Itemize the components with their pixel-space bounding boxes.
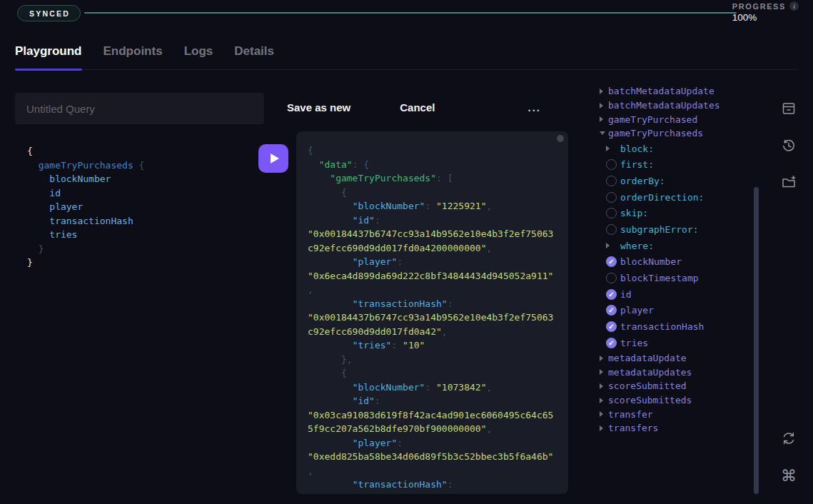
results-json: { "data": { "gameTryPurchaseds": [ { "bl… bbox=[308, 143, 557, 492]
explorer-item-metadataUpdate[interactable]: metadataUpdate bbox=[598, 351, 749, 366]
run-query-button[interactable] bbox=[258, 144, 288, 173]
editor-line: blockNumber bbox=[27, 172, 256, 186]
editor-line: } bbox=[27, 256, 256, 270]
explorer-scrollbar-thumb[interactable] bbox=[754, 187, 759, 494]
explorer-item-label: scoreSubmitteds bbox=[608, 395, 692, 405]
unchecked-circle-icon bbox=[606, 273, 617, 283]
command-icon[interactable]: ⌘ bbox=[779, 466, 798, 485]
query-name-input[interactable] bbox=[15, 93, 264, 124]
query-actions: Save as new Cancel ... bbox=[287, 101, 558, 114]
results-line: "blockNumber": "1225921", bbox=[308, 199, 557, 213]
editor-line: tries bbox=[27, 228, 256, 242]
chevron-right-icon bbox=[600, 89, 603, 94]
explorer-item-tries[interactable]: ✓tries bbox=[598, 335, 749, 351]
cancel-button[interactable]: Cancel bbox=[400, 101, 435, 114]
explorer-item-label: transfer bbox=[608, 409, 653, 420]
explorer-item-block[interactable]: block: bbox=[598, 141, 749, 157]
results-line: { bbox=[308, 186, 557, 200]
explorer-item-batchMetadataUpdate[interactable]: batchMetadataUpdate bbox=[598, 84, 749, 99]
explorer-item-label: block: bbox=[620, 143, 654, 154]
explorer-item-scoreSubmitted[interactable]: scoreSubmitted bbox=[598, 379, 749, 393]
refresh-icon[interactable] bbox=[779, 429, 798, 448]
explorer-item-label: subgraphError: bbox=[620, 224, 699, 235]
save-as-new-button[interactable]: Save as new bbox=[287, 101, 350, 114]
chevron-right-icon bbox=[606, 243, 610, 248]
explorer-item-label: where: bbox=[620, 241, 654, 251]
chevron-right-icon bbox=[600, 116, 603, 122]
explorer-item-label: batchMetadataUpdates bbox=[608, 100, 720, 111]
explorer-item-metadataUpdates[interactable]: metadataUpdates bbox=[598, 365, 749, 379]
explorer-item-label: orderBy: bbox=[620, 176, 665, 186]
explorer-item-subgraphError[interactable]: subgraphError: bbox=[598, 221, 749, 238]
results-panel: { "data": { "gameTryPurchaseds": [ { "bl… bbox=[296, 131, 568, 494]
progress-label: PROGRESS bbox=[732, 2, 786, 11]
info-icon[interactable]: i bbox=[789, 1, 799, 11]
more-options-button[interactable]: ... bbox=[527, 101, 541, 114]
unchecked-circle-icon bbox=[606, 176, 617, 186]
results-scrollbar-thumb[interactable] bbox=[557, 135, 564, 142]
explorer-item-transfer[interactable]: transfer bbox=[598, 407, 749, 421]
top-status-bar: SYNCED PROGRESS i 100% bbox=[0, 0, 813, 29]
checked-circle-icon: ✓ bbox=[606, 289, 617, 300]
history-icon[interactable] bbox=[779, 136, 798, 155]
results-line: { bbox=[308, 143, 557, 158]
explorer-item-label: transfers bbox=[608, 423, 658, 433]
new-folder-icon[interactable] bbox=[779, 173, 798, 192]
explorer-item-player[interactable]: ✓player bbox=[598, 303, 749, 319]
sync-progress-bar bbox=[84, 12, 737, 14]
explorer-item-label: transactionHash bbox=[620, 321, 704, 332]
chevron-right-icon bbox=[600, 425, 603, 431]
chevron-right-icon bbox=[600, 383, 603, 389]
results-line: "player": "0xedd825ba58be34d06d89f5b3c52… bbox=[308, 436, 557, 478]
explorer-item-blockNumber[interactable]: ✓blockNumber bbox=[598, 254, 749, 271]
results-line: "blockNumber": "1073842", bbox=[308, 380, 557, 395]
tab-details[interactable]: Details bbox=[234, 44, 274, 69]
results-line: "id": "0x03ca91083d619f8f42ac4ad901ec606… bbox=[308, 394, 557, 436]
results-line: "data": { bbox=[308, 158, 557, 172]
chevron-right-icon bbox=[600, 411, 603, 417]
tab-playground[interactable]: Playground bbox=[15, 44, 82, 69]
explorer-item-label: metadataUpdates bbox=[608, 367, 692, 378]
explorer-item-transfers[interactable]: transfers bbox=[598, 421, 749, 435]
tab-endpoints[interactable]: Endpoints bbox=[103, 44, 163, 69]
unchecked-circle-icon bbox=[606, 224, 617, 235]
editor-line: } bbox=[27, 242, 256, 256]
explorer-item-scoreSubmitteds[interactable]: scoreSubmitteds bbox=[598, 393, 749, 408]
play-icon bbox=[271, 153, 279, 163]
chevron-right-icon bbox=[600, 356, 603, 361]
saved-queries-icon[interactable] bbox=[779, 99, 798, 118]
explorer-item-skip[interactable]: skip: bbox=[598, 206, 749, 222]
chevron-down-icon bbox=[600, 131, 605, 135]
checked-circle-icon: ✓ bbox=[606, 321, 617, 332]
results-line: { bbox=[308, 366, 557, 380]
explorer-item-label: gameTryPurchaseds bbox=[608, 128, 703, 138]
explorer-item-blockTimestamp[interactable]: blockTimestamp bbox=[598, 270, 749, 286]
explorer-item-id[interactable]: ✓id bbox=[598, 286, 749, 303]
explorer-item-label: id bbox=[620, 289, 632, 300]
explorer-item-orderDirection[interactable]: orderDirection: bbox=[598, 189, 749, 206]
synced-badge-label: SYNCED bbox=[29, 9, 70, 18]
chevron-right-icon bbox=[606, 146, 610, 151]
chevron-right-icon bbox=[600, 103, 603, 109]
tab-logs[interactable]: Logs bbox=[184, 44, 213, 69]
explorer-item-label: tries bbox=[620, 338, 648, 348]
query-editor[interactable]: { gameTryPurchaseds { blockNumber id pla… bbox=[27, 144, 256, 270]
explorer-item-label: player bbox=[620, 305, 654, 316]
editor-line: id bbox=[27, 186, 256, 201]
checked-circle-icon: ✓ bbox=[606, 256, 617, 267]
explorer-item-first[interactable]: first: bbox=[598, 156, 749, 173]
explorer-item-orderBy[interactable]: orderBy: bbox=[598, 173, 749, 189]
explorer-item-where[interactable]: where: bbox=[598, 238, 749, 254]
results-line: "transactionHash": bbox=[308, 478, 557, 492]
results-line: "tries": "10" bbox=[308, 338, 557, 353]
explorer-item-transactionHash[interactable]: ✓transactionHash bbox=[598, 318, 749, 335]
explorer-item-gameTryPurchaseds[interactable]: gameTryPurchaseds bbox=[598, 126, 749, 141]
explorer-item-gameTryPurchased[interactable]: gameTryPurchased bbox=[598, 112, 749, 126]
explorer-item-label: skip: bbox=[620, 208, 648, 218]
explorer-item-label: first: bbox=[620, 159, 654, 170]
explorer-item-batchMetadataUpdates[interactable]: batchMetadataUpdates bbox=[598, 99, 749, 113]
command-glyph: ⌘ bbox=[781, 467, 797, 485]
explorer-item-label: blockTimestamp bbox=[620, 273, 699, 283]
chevron-right-icon bbox=[600, 369, 603, 375]
results-line: "transactionHash": "0x00184437b6747cc93a… bbox=[308, 297, 557, 339]
